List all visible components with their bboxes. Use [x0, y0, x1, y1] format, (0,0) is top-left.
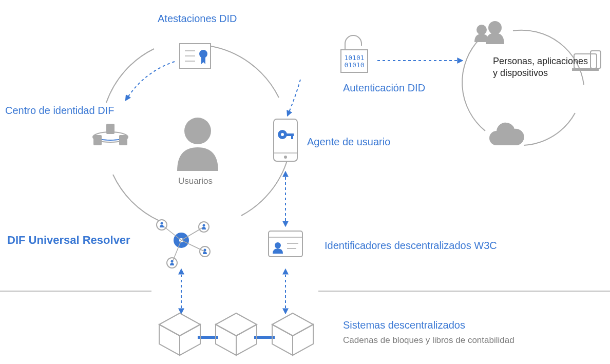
svg-point-21 [203, 224, 205, 227]
id-card-icon [269, 231, 302, 257]
padlock-bits-1: 10101 [344, 54, 364, 62]
arrow-attestations-to-hub [126, 62, 175, 100]
padlock-bits-2: 01010 [344, 61, 364, 69]
svg-line-12 [162, 225, 181, 240]
svg-rect-29 [286, 133, 294, 136]
cloud-icon [489, 123, 524, 145]
blockchain-icon [159, 313, 313, 355]
people-apps-devices-circle [462, 30, 584, 145]
did-architecture-diagram: 10101 01010 [0, 0, 610, 364]
svg-rect-8 [119, 135, 127, 145]
certificate-icon [180, 44, 211, 68]
svg-point-34 [275, 242, 281, 248]
resolver-network-icon [157, 220, 210, 268]
phone-key-icon [274, 119, 297, 161]
arrow-to-user-agent [288, 80, 300, 116]
svg-point-4 [199, 50, 207, 58]
identity-hub-icon [93, 124, 128, 145]
padlock-icon: 10101 01010 [341, 35, 368, 72]
svg-point-20 [161, 222, 163, 225]
people-apps-devices-label-2: y dispositivos [493, 68, 548, 78]
svg-point-38 [488, 21, 502, 34]
did-auth-label: Autenticación DID [343, 82, 425, 93]
svg-rect-7 [93, 135, 102, 145]
people-apps-devices-label-1: Personas, aplicaciones [493, 56, 588, 66]
w3c-did-label: Identificadores descentralizados W3C [325, 240, 497, 251]
svg-rect-30 [291, 136, 293, 139]
svg-point-37 [476, 25, 487, 35]
attestations-label: Atestaciones DID [158, 13, 237, 24]
identity-hub-label: Centro de identidad DIF [5, 105, 114, 116]
svg-point-26 [284, 156, 287, 159]
svg-point-9 [184, 118, 211, 144]
universal-resolver-label: DIF Universal Resolver [7, 234, 130, 246]
svg-rect-24 [274, 119, 297, 161]
users-label: Usuarios [178, 176, 213, 186]
user-icon [177, 118, 218, 171]
decentralized-systems-sub-label: Cadenas de bloques y libros de contabili… [343, 335, 514, 345]
svg-rect-6 [106, 124, 115, 134]
decentralized-systems-label: Sistemas descentralizados [343, 319, 465, 331]
user-agent-label: Agente de usuario [307, 136, 390, 147]
svg-point-28 [281, 133, 284, 136]
svg-point-23 [171, 260, 174, 263]
people-group-icon [474, 21, 504, 44]
svg-point-22 [204, 249, 206, 252]
